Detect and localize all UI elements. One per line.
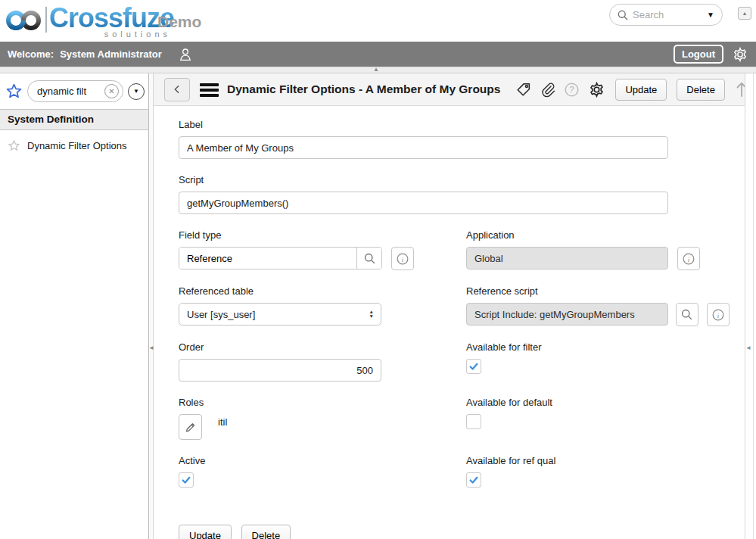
- label-input[interactable]: [179, 136, 668, 159]
- brand-text-block: Crossfuze solutions: [49, 5, 174, 39]
- field-application: Application i: [466, 229, 700, 270]
- field-type-group: [179, 247, 382, 270]
- field-script: Script: [179, 174, 745, 214]
- application-label: Application: [466, 229, 700, 241]
- header-delete-button[interactable]: Delete: [677, 79, 725, 101]
- field-type-lookup-button[interactable]: [356, 248, 381, 269]
- referenced-table-value: User [sys_user]: [187, 309, 369, 320]
- user-profile-icon[interactable]: [177, 46, 194, 63]
- field-label: Label: [179, 119, 745, 159]
- logo-divider: [45, 7, 47, 33]
- field-type-input[interactable]: [179, 248, 356, 269]
- logout-button[interactable]: Logout: [674, 45, 723, 64]
- footer-delete-button[interactable]: Delete: [241, 525, 291, 539]
- right-panel-collapse-handle[interactable]: ◄: [745, 344, 751, 351]
- reference-script-input: [466, 303, 668, 326]
- order-input[interactable]: [179, 359, 381, 382]
- form-context-menu-icon[interactable]: [200, 83, 219, 97]
- available-for-filter-checkbox[interactable]: [466, 359, 481, 374]
- roles-value: itil: [218, 416, 227, 428]
- field-available-for-ref-qual: Available for ref qual: [466, 455, 555, 488]
- application-input: [466, 247, 668, 270]
- form-body: Label Script Field type: [154, 106, 745, 539]
- lookup-search-icon: [363, 252, 376, 265]
- svg-text:i: i: [687, 255, 689, 263]
- svg-text:?: ?: [570, 85, 574, 94]
- global-search-box[interactable]: ▼: [609, 4, 723, 26]
- environment-label: Demo: [157, 13, 201, 31]
- collapse-up-icon: ▲: [742, 11, 748, 16]
- form-title: Dynamic Filter Options - A Member of My …: [227, 83, 500, 96]
- caret-down-icon: ▼: [133, 88, 139, 95]
- right-panel-gutter[interactable]: ◄: [745, 73, 756, 539]
- app-window: Crossfuze solutions Demo ▼ ▲ Welcome: Sy…: [0, 0, 756, 539]
- strip-collapse-handle[interactable]: ▲: [373, 66, 379, 73]
- banner-strip: ▲: [0, 67, 756, 73]
- field-type-info-button[interactable]: i: [391, 247, 414, 270]
- pencil-icon: [184, 421, 197, 434]
- current-user-name: System Administrator: [60, 48, 162, 60]
- search-icon: [617, 9, 629, 21]
- script-field-label: Script: [179, 174, 745, 185]
- available-for-default-label: Available for default: [466, 397, 552, 408]
- available-for-default-checkbox[interactable]: [466, 414, 481, 429]
- nav-section-system-definition: System Definition: [0, 109, 148, 130]
- active-checkbox[interactable]: [179, 472, 194, 488]
- main-area: ✕ ▼ System Definition Dynamic Filter Opt…: [0, 73, 756, 539]
- info-icon: i: [711, 308, 725, 322]
- tag-icon[interactable]: [515, 81, 532, 98]
- field-active: Active: [179, 455, 466, 488]
- navigator-filter-row: ✕ ▼: [0, 73, 148, 109]
- chevron-left-icon: [171, 83, 183, 95]
- available-for-filter-label: Available for filter: [466, 341, 541, 353]
- infinity-logo-icon: [6, 8, 42, 33]
- script-input[interactable]: [179, 192, 668, 214]
- brand-subtitle: solutions: [49, 30, 174, 39]
- form-pane: Dynamic Filter Options - A Member of My …: [154, 73, 745, 539]
- sidebar-splitter[interactable]: ◄: [149, 73, 154, 539]
- roles-edit-button[interactable]: [179, 414, 202, 440]
- back-button[interactable]: [164, 78, 190, 101]
- referenced-table-select[interactable]: User [sys_user] ▲ ▼: [179, 303, 381, 326]
- global-search-input[interactable]: [633, 9, 707, 20]
- splitter-collapse-handle[interactable]: ◄: [148, 344, 154, 351]
- field-available-for-filter: Available for filter: [466, 341, 541, 382]
- top-banner: Crossfuze solutions Demo ▼ ▲: [0, 0, 756, 42]
- field-type-label: Field type: [179, 229, 466, 241]
- navigator-filter-input[interactable]: [37, 86, 104, 97]
- navigator-filter-box[interactable]: ✕: [27, 80, 123, 102]
- navigator-menu-button[interactable]: ▼: [128, 83, 145, 100]
- reference-script-lookup-button[interactable]: [676, 303, 698, 326]
- field-order: Order: [179, 341, 466, 382]
- clear-filter-button[interactable]: ✕: [104, 84, 119, 98]
- label-field-label: Label: [179, 119, 745, 130]
- welcome-label: Welcome:: [8, 48, 54, 60]
- attachment-paperclip-icon[interactable]: [540, 81, 555, 98]
- banner-collapse-button[interactable]: ▲: [738, 7, 751, 20]
- check-icon: [181, 475, 191, 485]
- application-info-button[interactable]: i: [677, 247, 700, 270]
- settings-gear-icon[interactable]: [732, 46, 748, 63]
- footer-update-button[interactable]: Update: [179, 525, 232, 539]
- sidebar-item-dynamic-filter-options[interactable]: Dynamic Filter Options: [0, 130, 148, 161]
- welcome-bar: Welcome: System Administrator Logout: [0, 42, 756, 67]
- clear-x-icon: ✕: [108, 87, 114, 95]
- application-navigator: ✕ ▼ System Definition Dynamic Filter Opt…: [0, 73, 149, 539]
- form-footer-buttons: Update Delete: [179, 525, 745, 539]
- info-icon: i: [682, 252, 695, 266]
- item-star-icon[interactable]: [8, 139, 20, 152]
- search-scope-caret-icon[interactable]: ▼: [707, 11, 714, 19]
- svg-text:i: i: [401, 255, 403, 263]
- select-spinner-icon: ▲ ▼: [369, 310, 374, 319]
- reference-script-info-button[interactable]: i: [707, 303, 730, 326]
- brand-logo: Crossfuze solutions: [6, 5, 174, 39]
- favorites-star-icon[interactable]: [5, 83, 23, 100]
- field-field-type: Field type: [179, 229, 466, 270]
- help-icon[interactable]: ?: [564, 82, 580, 98]
- active-label: Active: [179, 455, 466, 466]
- header-update-button[interactable]: Update: [615, 79, 667, 101]
- available-for-ref-qual-checkbox[interactable]: [466, 472, 481, 488]
- form-settings-gear-icon[interactable]: [588, 81, 605, 98]
- field-reference-script: Reference script i: [466, 285, 730, 326]
- form-header: Dynamic Filter Options - A Member of My …: [154, 73, 745, 106]
